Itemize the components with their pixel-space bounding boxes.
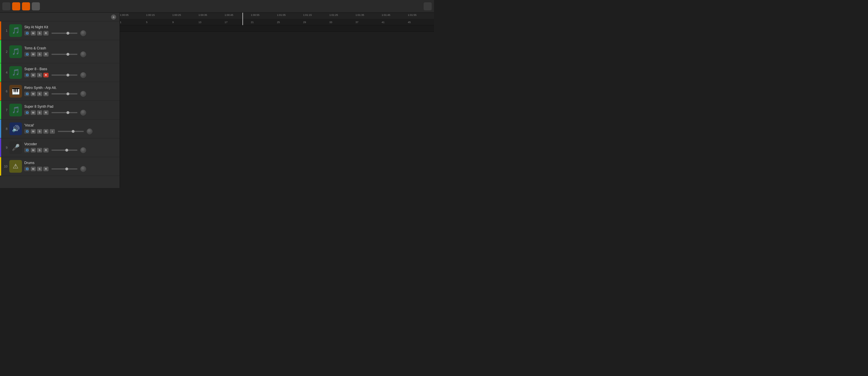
track-item-9: 9🎤Vocoder⏻MSR [0,138,120,157]
track-item-4: 4🎵Super 8 - Bass⏻MSR [0,63,120,82]
playhead [242,13,243,25]
monitor-button[interactable] [424,2,432,10]
section-row [120,25,434,32]
track-item-1: 1🎵Sky At Night Kit⏻MSR [0,21,120,40]
track-item-7: 7🎵Super 8 Synth Pad⏻MSR [0,101,120,120]
marker-add-button[interactable]: + [111,14,116,20]
track-list: + 1🎵Sky At Night Kit⏻MSR2🎵Toms & Crash⏻M… [0,13,120,188]
ruler-time-row: 1:00:051:00:151:00:251:00:351:00:451:00:… [120,13,434,19]
track-item-2: 2🎵Toms & Crash⏻MSR [0,40,120,63]
main-area: + 1🎵Sky At Night Kit⏻MSR2🎵Toms & Crash⏻M… [0,13,434,188]
track-item-10: 10⚠Drums⏻MSR [0,157,120,176]
marker-row: + [0,13,120,21]
s-button[interactable] [32,2,40,10]
toolbar [0,0,434,13]
ruler-bar-row: 159131721252933374145 [120,19,434,25]
add-button[interactable] [2,2,10,10]
arrange-area: 1:00:051:00:151:00:251:00:351:00:451:00:… [120,13,434,188]
loop-button[interactable] [12,2,20,10]
track-item-8: 8🔊'Vocal'⏻MSRI [0,120,120,138]
h-button[interactable] [22,2,30,10]
track-item-6: 6🎹Retro Synth - Arp Alt.⏻MSR [0,82,120,101]
ruler: 1:00:051:00:151:00:251:00:351:00:451:00:… [120,13,434,25]
tracks-scroll[interactable] [120,32,434,188]
